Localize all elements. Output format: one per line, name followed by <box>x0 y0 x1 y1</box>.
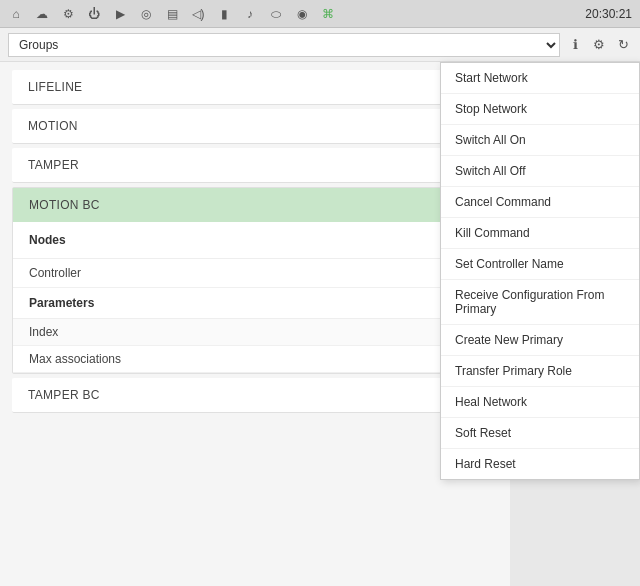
menu-start-network[interactable]: Start Network <box>441 63 639 94</box>
mic-icon[interactable]: ♪ <box>242 6 258 22</box>
parameters-label: Parameters <box>13 288 497 319</box>
gear-icon-top[interactable]: ⚙ <box>60 6 76 22</box>
menu-set-controller-name[interactable]: Set Controller Name <box>441 249 639 280</box>
menu-switch-all-off[interactable]: Switch All Off <box>441 156 639 187</box>
volume-icon[interactable]: ◁) <box>190 6 206 22</box>
cloud-icon[interactable]: ☁ <box>34 6 50 22</box>
main-content: LIFELINE MOTION TAMPER MOTION BC Nodes +… <box>0 62 640 586</box>
param-max-assoc-key: Max associations <box>29 352 121 366</box>
chat-icon[interactable]: ◉ <box>294 6 310 22</box>
group-item-lifeline[interactable]: LIFELINE <box>12 70 498 105</box>
dropdown-menu: Start Network Stop Network Switch All On… <box>440 62 640 480</box>
top-bar-icons: ⌂ ☁ ⚙ ⏻ ▶ ◎ ▤ ◁) ▮ ♪ ⬭ ◉ ⌘ <box>8 6 336 22</box>
node-row-controller: Controller 🗑 <box>13 259 497 288</box>
group-expanded-motion-bc: MOTION BC Nodes + Controller 🗑 Parameter… <box>12 187 498 374</box>
menu-receive-config[interactable]: Receive Configuration From Primary <box>441 280 639 325</box>
clock: 20:30:21 <box>585 7 632 21</box>
groups-bar: Groups ℹ ⚙ ↻ <box>0 28 640 62</box>
param-row-max-assoc: Max associations 5 <box>13 346 497 373</box>
menu-kill-command[interactable]: Kill Command <box>441 218 639 249</box>
home-icon[interactable]: ⌂ <box>8 6 24 22</box>
group-item-motion[interactable]: MOTION <box>12 109 498 144</box>
play-icon[interactable]: ▶ <box>112 6 128 22</box>
group-item-tamper-bc[interactable]: TAMPER BC <box>12 378 498 413</box>
param-index-key: Index <box>29 325 58 339</box>
nodes-section-header: Nodes + <box>13 222 497 259</box>
refresh-icon[interactable]: ↻ <box>614 36 632 54</box>
groups-panel: LIFELINE MOTION TAMPER MOTION BC Nodes +… <box>0 62 510 586</box>
menu-heal-network[interactable]: Heal Network <box>441 387 639 418</box>
param-row-index: Index 4 <box>13 319 497 346</box>
bulb-icon[interactable]: ◎ <box>138 6 154 22</box>
info-icon[interactable]: ℹ <box>566 36 584 54</box>
camera-icon[interactable]: ⬭ <box>268 6 284 22</box>
top-bar: ⌂ ☁ ⚙ ⏻ ▶ ◎ ▤ ◁) ▮ ♪ ⬭ ◉ ⌘ 20:30:21 <box>0 0 640 28</box>
menu-hard-reset[interactable]: Hard Reset <box>441 449 639 479</box>
menu-create-primary[interactable]: Create New Primary <box>441 325 639 356</box>
menu-transfer-primary[interactable]: Transfer Primary Role <box>441 356 639 387</box>
menu-stop-network[interactable]: Stop Network <box>441 94 639 125</box>
menu-icon[interactable]: ▤ <box>164 6 180 22</box>
groups-select[interactable]: Groups <box>8 33 560 57</box>
menu-soft-reset[interactable]: Soft Reset <box>441 418 639 449</box>
battery-icon[interactable]: ▮ <box>216 6 232 22</box>
nodes-label: Nodes <box>29 233 66 247</box>
network-icon[interactable]: ⌘ <box>320 6 336 22</box>
menu-cancel-command[interactable]: Cancel Command <box>441 187 639 218</box>
group-expanded-header[interactable]: MOTION BC <box>13 188 497 222</box>
node-controller-label: Controller <box>29 266 81 280</box>
power-icon[interactable]: ⏻ <box>86 6 102 22</box>
group-item-tamper[interactable]: TAMPER <box>12 148 498 183</box>
settings-icon[interactable]: ⚙ <box>590 36 608 54</box>
groups-bar-icons: ℹ ⚙ ↻ <box>566 36 632 54</box>
menu-switch-all-on[interactable]: Switch All On <box>441 125 639 156</box>
